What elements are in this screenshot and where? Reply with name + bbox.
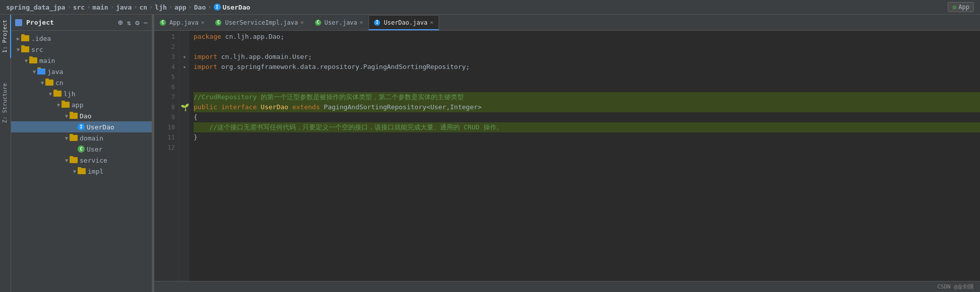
breadcrumb-item-dao[interactable]: Dao [194, 4, 206, 11]
gutter-8: 🌱 [179, 102, 190, 112]
tab-userserviceimpl[interactable]: C UserServiceImpl.java ✕ [210, 15, 309, 30]
breadcrumb-file-icon: I [214, 4, 221, 11]
breadcrumb-item-java[interactable]: java [116, 4, 132, 11]
tree-label-dao: Dao [80, 112, 91, 120]
tree-label-ljh: ljh [64, 90, 75, 98]
tree-arrow-app [55, 102, 62, 108]
tab-icon-userserviceimpl: C [215, 20, 221, 26]
code-line-6 [194, 82, 980, 92]
editor-area: C App.java ✕ C UserServiceImpl.java ✕ C … [154, 15, 980, 292]
breadcrumb-item-ljh[interactable]: ljh [155, 4, 166, 11]
tabs-bar: C App.java ✕ C UserServiceImpl.java ✕ C … [154, 15, 980, 31]
tree-label-main: main [39, 57, 55, 64]
tree-item-dao[interactable]: Dao [11, 110, 152, 121]
breadcrumb-sep-3: › [134, 4, 137, 11]
breadcrumb-sep-2: › [110, 4, 114, 11]
line-num-3: 3 [154, 52, 175, 62]
gutter-4: ▾ [179, 62, 190, 72]
panel-action-close[interactable]: − [144, 19, 148, 27]
panel-action-globe[interactable]: ⊕ [118, 18, 123, 27]
line-num-11: 11 [154, 132, 175, 142]
breadcrumb-sep-5: › [169, 4, 172, 11]
breadcrumb-item-main[interactable]: main [92, 4, 108, 11]
sidebar-tab-structure[interactable]: Z: Structure [0, 78, 11, 128]
tab-label-app: App.java [169, 19, 199, 26]
tree-item-main[interactable]: main [11, 55, 152, 66]
line-num-7: 7 [154, 92, 175, 102]
bottom-bar: CSDN @金剑限 [154, 281, 980, 292]
tree-item-service[interactable]: service [11, 155, 152, 166]
file-icon-userdao: I [78, 123, 85, 130]
breadcrumb-sep-6: › [189, 4, 192, 11]
tree-label-user: User [87, 145, 102, 153]
tab-close-user[interactable]: ✕ [360, 19, 363, 26]
gutter-1 [179, 32, 190, 42]
gutter-6 [179, 82, 190, 92]
tree-arrow-src [15, 47, 21, 52]
tree-arrow-domain [64, 135, 70, 141]
line-num-8: 8 [154, 102, 175, 112]
folder-icon-ljh [53, 91, 62, 97]
tab-icon-app: C [160, 20, 166, 26]
code-content[interactable]: package cn.ljh.app.Dao; import cn.ljh.ap… [190, 31, 980, 281]
folder-icon-service [70, 157, 78, 163]
folder-icon-impl [78, 168, 86, 174]
app-button[interactable]: ≡ App [948, 2, 974, 12]
tree-item-src[interactable]: src [11, 44, 152, 55]
breadcrumb-item-userdao[interactable]: UserDao [223, 4, 251, 11]
breadcrumb-item-cn[interactable]: cn [139, 4, 147, 11]
app-label-text: App [958, 4, 969, 11]
tree-item-ljh[interactable]: ljh [11, 88, 152, 99]
panel-action-settings[interactable]: ⚙ [135, 19, 139, 27]
tab-close-app[interactable]: ✕ [201, 19, 205, 26]
code-line-1: package cn.ljh.app.Dao; [194, 32, 980, 42]
tab-app-java[interactable]: C App.java ✕ [154, 15, 210, 30]
tree-item-idea[interactable]: .idea [11, 33, 152, 44]
sidebar-tab-project[interactable]: 1: Project [0, 15, 11, 58]
code-line-2 [194, 42, 980, 52]
tree-item-user[interactable]: C User [11, 143, 152, 155]
gutter-7 [179, 92, 190, 102]
line-numbers: 1 2 3 4 5 6 7 8 9 10 11 12 [154, 31, 179, 281]
line-num-12: 12 [154, 142, 175, 153]
code-editor: 1 2 3 4 5 6 7 8 9 10 11 12 ▾ ▾ [154, 31, 980, 281]
code-line-12 [194, 142, 980, 153]
tab-userdao-java[interactable]: I UserDao.java ✕ [369, 15, 439, 30]
tree-item-impl[interactable]: impl [11, 166, 152, 177]
breadcrumb-item-project[interactable]: spring_data_jpa [6, 4, 65, 11]
project-panel-icon [15, 19, 22, 26]
file-icon-user: C [78, 145, 85, 153]
folder-icon-cn [45, 80, 53, 86]
tab-close-userdao[interactable]: ✕ [430, 19, 434, 26]
folder-icon-dao [70, 113, 78, 119]
tree-item-cn[interactable]: cn [11, 77, 152, 88]
tab-close-userserviceimpl[interactable]: ✕ [300, 19, 304, 26]
line-num-6: 6 [154, 82, 175, 92]
line-num-10: 10 [154, 122, 175, 132]
gutter-icons: ▾ ▾ 🌱 [179, 31, 190, 281]
tab-label-userdao: UserDao.java [384, 19, 427, 26]
tree-label-src: src [31, 46, 43, 53]
folder-icon-app [62, 102, 70, 108]
tree-label-idea: .idea [31, 35, 51, 42]
tree-arrow-cn [39, 80, 45, 86]
gutter-3: ▾ [179, 52, 190, 62]
gutter-9 [179, 112, 190, 122]
tree-item-app[interactable]: app [11, 99, 152, 110]
tree-label-java: java [47, 68, 63, 76]
gutter-5 [179, 72, 190, 82]
tree-item-domain[interactable]: domain [11, 132, 152, 143]
breadcrumb-bar: spring_data_jpa › src › main › java › cn… [0, 0, 980, 15]
breadcrumb-item-src[interactable]: src [73, 4, 85, 11]
sidebar-vertical-tabs: 1: Project Z: Structure [0, 15, 11, 292]
tree-item-userdao[interactable]: I UserDao [11, 121, 152, 132]
breadcrumb-sep-4: › [149, 4, 153, 11]
app-icon: ≡ [952, 3, 956, 11]
breadcrumb-item-app[interactable]: app [174, 4, 186, 11]
tree-item-java[interactable]: java [11, 66, 152, 77]
folder-icon-idea [21, 35, 29, 41]
code-line-10: //这个接口无需书写任何代码，只要定义一个空的接口，该接口就能完成大量、通用的 … [194, 122, 980, 132]
project-tree: .idea src main java [11, 31, 152, 292]
panel-action-layout[interactable]: ⇅ [127, 19, 131, 27]
tab-user-java[interactable]: C User.java ✕ [310, 15, 369, 30]
